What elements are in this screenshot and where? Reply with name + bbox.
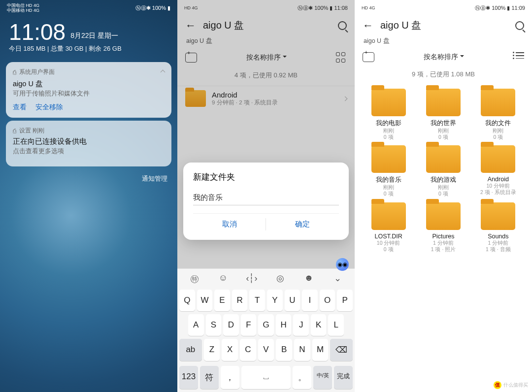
folder-name: 我的文件 [472,119,524,128]
folder-item[interactable]: 我的电影刚刚0 项 [363,89,414,140]
folder-meta: 刚刚0 项 [363,128,414,140]
kbd-tool-icon[interactable]: ☺ [216,273,231,285]
folder-icon [371,89,406,116]
key-space[interactable]: ⎵ [241,366,291,389]
key-backspace[interactable]: ⌫ [330,339,353,361]
folder-meta: 刚刚0 项 [472,128,524,140]
dialog-title: 新建文件夹 [193,171,339,183]
usage-summary: 9 项，已使用 1.08 MB [355,66,532,85]
key-m[interactable]: M [312,339,329,361]
notif-source: 系统用户界面 [19,68,55,76]
status-bar: HD 4G ⓃⒷ✱ 100% ▮ 11:09 [355,0,532,14]
key-p[interactable]: P [337,290,353,311]
key-language[interactable]: 中/英 [313,366,332,389]
key-l[interactable]: L [328,314,344,336]
key-f[interactable]: F [241,314,257,336]
key-k[interactable]: K [311,314,327,336]
watermark-text: 什么值得买 [503,382,528,389]
key-b[interactable]: B [276,339,292,361]
key-h[interactable]: H [276,314,292,336]
key-symbols[interactable]: 符 [200,366,219,389]
folder-meta: 1 分钟前1 项 · 照片 [417,240,469,253]
key-comma[interactable]: ， [221,366,239,389]
key-i[interactable]: I [302,290,318,311]
key-q[interactable]: Q [179,290,195,311]
notif-title: aigo U 盘 [13,79,165,89]
folder-icon [426,202,461,230]
key-d[interactable]: D [223,314,239,336]
manage-notifications-link[interactable]: 通知管理 [0,169,177,188]
folder-meta: 10 分钟前0 项 [363,240,414,253]
folder-name: 我的世界 [417,119,469,128]
folder-icon [371,145,406,173]
folder-meta: 10 分钟前2 项 · 系统目录 [472,183,524,196]
folder-name: Sounds [472,233,524,240]
folder-item[interactable]: 我的世界刚刚0 项 [417,89,469,140]
status-icons: ⓃⒷ✱ 100% ▮ [135,4,170,12]
kbd-tool-icon[interactable]: ⌄ [330,273,345,285]
key-o[interactable]: O [320,290,335,311]
folder-name: 我的电影 [363,119,414,128]
key-z[interactable]: Z [204,339,220,361]
folder-item[interactable]: Pictures1 分钟前1 项 · 照片 [417,202,469,253]
folder-name: Android [472,176,524,183]
folder-name: Pictures [417,233,469,240]
dialog-cancel-button[interactable]: 取消 [193,214,266,235]
carrier-1: 中国电信 HD 4G [7,3,39,8]
sort-dropdown[interactable]: 按名称排序 [379,53,508,62]
key-period[interactable]: 。 [293,366,311,389]
key-s[interactable]: S [206,314,222,336]
key-x[interactable]: X [222,339,238,361]
key-c[interactable]: C [240,339,256,361]
folder-item[interactable]: 我的音乐刚刚0 项 [363,145,414,197]
clock-time: 11:08 [9,21,66,43]
key-n[interactable]: N [294,339,310,361]
key-v[interactable]: V [258,339,274,361]
key-w[interactable]: W [197,290,213,311]
page-title: aigo U 盘 [380,19,508,32]
folder-meta: 刚刚0 项 [417,128,469,140]
key-e[interactable]: E [214,290,230,311]
kbd-tool-icon[interactable]: ◎ [273,273,288,285]
folder-item[interactable]: 我的文件刚刚0 项 [472,89,524,140]
back-button[interactable]: ← [363,20,373,31]
kbd-tool-icon[interactable]: ☻ [301,273,316,285]
folder-item[interactable]: LOST.DIR10 分钟前0 项 [363,202,414,253]
notification-usb[interactable]: ⎙ 系统用户界面 aigo U 盘 可用于传输照片和媒体文件 查看 安全移除 [6,62,171,118]
folder-item[interactable]: Sounds1 分钟前1 项 · 音频 [472,202,524,253]
new-folder-button[interactable] [363,52,374,62]
key-r[interactable]: R [232,290,248,311]
key-enter[interactable]: 完成 [334,366,353,389]
key-j[interactable]: J [293,314,309,336]
notif-source: 设置 刚刚 [19,127,44,135]
notif-action-eject[interactable]: 安全移除 [35,103,63,112]
breadcrumb[interactable]: aigo U 盘 [355,37,532,48]
folder-icon [426,89,461,116]
notification-power[interactable]: ⎙ 设置 刚刚 正在向已连接设备供电 点击查看更多选项 [6,121,171,166]
key-shift[interactable]: ab [179,339,202,361]
key-y[interactable]: Y [267,290,283,311]
key-t[interactable]: T [249,290,265,311]
key-u[interactable]: U [285,290,300,311]
kbd-tool-icon[interactable]: ㊕ [187,273,202,285]
folder-name-input[interactable] [193,191,339,205]
dialog-ok-button[interactable]: 确定 [266,214,339,235]
key-a[interactable]: A [188,314,204,336]
collapse-icon[interactable] [161,70,166,75]
file-manager-dialog-panel: HD 4G ⓃⒷ✱ 100% ▮ 11:08 ← aigo U 盘 aigo U… [177,0,355,392]
folder-item[interactable]: Android10 分钟前2 项 · 系统目录 [472,145,524,197]
status-right: ⓃⒷ✱ 100% ▮ 11:09 [475,4,525,12]
folder-icon [371,202,406,230]
key-numbers[interactable]: 123 [179,366,198,389]
notif-action-view[interactable]: 查看 [13,103,27,112]
assistant-bubble-icon[interactable]: ◉◉ [336,258,349,271]
folder-item[interactable]: 我的游戏刚刚0 项 [417,145,469,197]
folder-meta: 刚刚0 项 [363,184,414,197]
search-icon[interactable] [515,21,524,30]
view-list-toggle[interactable] [513,52,524,62]
notif-title: 正在向已连接设备供电 [13,137,165,146]
usb-icon: ⎙ [13,69,16,76]
key-g[interactable]: G [258,314,274,336]
new-folder-dialog: 新建文件夹 取消 确定 [183,163,349,240]
kbd-tool-icon[interactable]: ‹┆› [244,273,259,285]
